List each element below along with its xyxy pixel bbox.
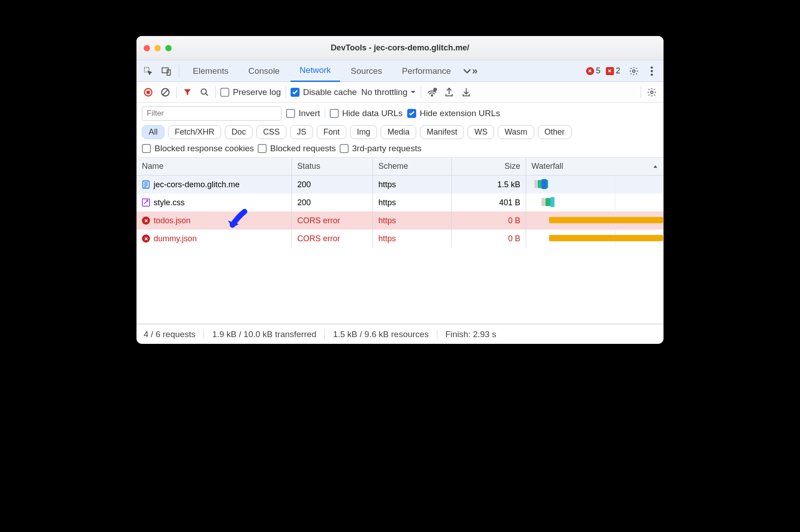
annotation-arrow-icon bbox=[224, 208, 250, 233]
network-table-body: jec-cors-demo.glitch.me 200 https 1.5 kB… bbox=[136, 176, 664, 324]
filter-chip-doc[interactable]: Doc bbox=[225, 125, 253, 139]
tab-elements[interactable]: Elements bbox=[184, 60, 237, 82]
svg-rect-8 bbox=[146, 90, 150, 94]
column-waterfall[interactable]: Waterfall bbox=[526, 158, 664, 175]
network-conditions-icon[interactable] bbox=[426, 86, 438, 99]
waterfall-bar bbox=[532, 176, 658, 194]
filter-chip-media[interactable]: Media bbox=[381, 125, 416, 139]
table-row[interactable]: jec-cors-demo.glitch.me 200 https 1.5 kB bbox=[136, 176, 664, 194]
svg-point-10 bbox=[201, 89, 207, 94]
panel-settings-icon[interactable] bbox=[645, 86, 658, 99]
network-toolbar: Preserve log Disable cache No throttling bbox=[136, 82, 664, 103]
svg-point-3 bbox=[632, 70, 635, 72]
filter-bar: Invert Hide data URLs Hide extension URL… bbox=[136, 103, 664, 158]
tab-network[interactable]: Network bbox=[291, 60, 340, 82]
column-name[interactable]: Name bbox=[136, 158, 292, 175]
divider bbox=[421, 87, 421, 98]
filter-chip-js[interactable]: JS bbox=[290, 125, 313, 139]
status-finish: Finish: 2.93 s bbox=[445, 329, 496, 339]
more-tabs-icon[interactable]: » bbox=[462, 63, 478, 79]
filter-chip-font[interactable]: Font bbox=[317, 125, 346, 139]
filter-chip-img[interactable]: Img bbox=[350, 125, 377, 139]
waterfall-bar bbox=[532, 230, 658, 248]
titlebar: DevTools - jec-cors-demo.glitch.me/ bbox=[136, 36, 664, 60]
filter-input[interactable] bbox=[142, 106, 282, 121]
warning-count: 2 bbox=[616, 66, 620, 76]
divider bbox=[179, 65, 179, 77]
window-title: DevTools - jec-cors-demo.glitch.me/ bbox=[136, 43, 664, 53]
device-toolbar-icon[interactable] bbox=[158, 63, 174, 79]
error-count: 5 bbox=[596, 66, 600, 76]
document-icon bbox=[142, 180, 150, 189]
divider bbox=[176, 87, 177, 98]
table-row[interactable]: style.css 200 https 401 B bbox=[136, 194, 664, 212]
divider bbox=[286, 87, 286, 98]
svg-point-13 bbox=[650, 91, 653, 94]
tab-sources[interactable]: Sources bbox=[342, 60, 391, 82]
blocked-response-cookies-checkbox[interactable]: Blocked response cookies bbox=[142, 144, 254, 153]
divider bbox=[641, 87, 641, 98]
column-size[interactable]: Size bbox=[452, 158, 526, 175]
hide-data-urls-checkbox[interactable]: Hide data URLs bbox=[330, 108, 403, 118]
css-icon bbox=[142, 198, 150, 207]
sort-asc-icon bbox=[653, 164, 658, 169]
filter-chip-css[interactable]: CSS bbox=[256, 125, 286, 139]
third-party-requests-checkbox[interactable]: 3rd-party requests bbox=[340, 144, 422, 153]
hide-extension-urls-checkbox[interactable]: Hide extension URLs bbox=[407, 108, 500, 118]
import-har-icon[interactable] bbox=[460, 86, 473, 99]
column-scheme[interactable]: Scheme bbox=[373, 158, 452, 175]
waterfall-bar bbox=[532, 212, 658, 230]
table-row[interactable]: todos.json CORS error https 0 B bbox=[136, 212, 664, 230]
status-transferred: 1.9 kB / 10.0 kB transferred bbox=[212, 329, 316, 339]
tab-performance[interactable]: Performance bbox=[393, 60, 460, 82]
clear-button[interactable] bbox=[159, 86, 172, 99]
filter-chip-other[interactable]: Other bbox=[538, 125, 572, 139]
filter-chip-fetch-xhr[interactable]: Fetch/XHR bbox=[168, 125, 221, 139]
blocked-requests-checkbox[interactable]: Blocked requests bbox=[258, 144, 336, 153]
invert-checkbox[interactable]: Invert bbox=[286, 108, 320, 118]
search-icon[interactable] bbox=[198, 86, 211, 99]
divider bbox=[215, 87, 216, 98]
waterfall-bar bbox=[532, 194, 658, 212]
inspect-icon[interactable] bbox=[140, 63, 156, 79]
table-row[interactable]: dummy.json CORS error https 0 B bbox=[136, 230, 664, 248]
svg-point-6 bbox=[651, 73, 653, 76]
export-har-icon[interactable] bbox=[443, 86, 455, 99]
error-count-badge[interactable]: 5 bbox=[586, 66, 600, 76]
settings-icon[interactable] bbox=[626, 63, 642, 79]
filter-chip-all[interactable]: All bbox=[142, 125, 164, 139]
throttling-select[interactable]: No throttling bbox=[361, 87, 416, 97]
error-icon bbox=[142, 216, 150, 225]
error-icon bbox=[142, 234, 150, 243]
svg-point-5 bbox=[651, 70, 653, 72]
filter-chip-ws[interactable]: WS bbox=[468, 125, 494, 139]
main-tabbar: Elements Console Network Sources Perform… bbox=[136, 60, 664, 82]
disable-cache-checkbox[interactable]: Disable cache bbox=[291, 87, 357, 97]
status-requests: 4 / 6 requests bbox=[144, 329, 195, 339]
filter-icon[interactable] bbox=[181, 86, 194, 99]
svg-point-11 bbox=[432, 95, 433, 96]
preserve-log-checkbox[interactable]: Preserve log bbox=[220, 87, 281, 97]
svg-point-4 bbox=[651, 66, 653, 68]
status-bar: 4 / 6 requests 1.9 kB / 10.0 kB transfer… bbox=[136, 324, 664, 344]
column-status[interactable]: Status bbox=[292, 158, 373, 175]
filter-chip-wasm[interactable]: Wasm bbox=[498, 125, 534, 139]
status-resources: 1.5 kB / 9.6 kB resources bbox=[333, 329, 428, 339]
tab-console[interactable]: Console bbox=[239, 60, 289, 82]
record-button[interactable] bbox=[142, 86, 155, 99]
kebab-menu-icon[interactable] bbox=[644, 63, 660, 79]
warning-count-badge[interactable]: 2 bbox=[606, 66, 620, 76]
filter-chip-manifest[interactable]: Manifest bbox=[420, 125, 464, 139]
network-table-header: Name Status Scheme Size Waterfall bbox=[136, 158, 664, 176]
devtools-window: DevTools - jec-cors-demo.glitch.me/ Elem… bbox=[136, 36, 664, 344]
